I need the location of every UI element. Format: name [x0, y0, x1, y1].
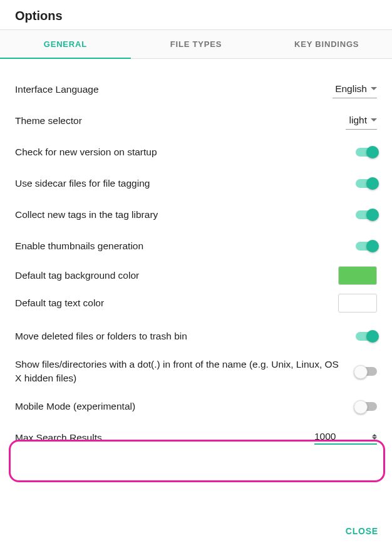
toggle-show-hidden[interactable]: [356, 367, 377, 376]
spinner-up-icon[interactable]: [372, 434, 377, 437]
label-trash: Move deleted files or folders to trash b…: [15, 329, 356, 343]
label-tag-bg-color: Default tag background color: [15, 269, 338, 282]
toggle-collect-tags[interactable]: [356, 210, 377, 219]
tab-label: FILE TYPES: [170, 39, 222, 49]
swatch-tag-bg-color[interactable]: [338, 266, 377, 285]
chevron-down-icon: [371, 118, 377, 121]
label-thumbnails: Enable thumbnails generation: [15, 239, 356, 253]
label-collect-tags: Collect new tags in the tag library: [15, 208, 356, 222]
select-theme[interactable]: light: [346, 113, 377, 130]
dialog-title: Options: [15, 9, 377, 23]
tab-file-types[interactable]: FILE TYPES: [131, 30, 262, 58]
label-theme-selector: Theme selector: [15, 114, 346, 128]
number-spinner: [372, 434, 377, 440]
row-show-hidden: Show files/directories with a dot(.) in …: [15, 352, 377, 391]
label-mobile-mode: Mobile Mode (experimental): [15, 400, 356, 413]
row-interface-language: Interface Language English: [15, 74, 377, 105]
select-value: English: [335, 83, 367, 95]
input-max-search[interactable]: [314, 431, 358, 442]
tab-label: GENERAL: [44, 39, 87, 49]
row-mobile-mode: Mobile Mode (experimental): [15, 391, 377, 422]
chevron-down-icon: [371, 87, 377, 90]
row-max-search: Max Search Results: [15, 422, 377, 453]
dialog-header: Options: [0, 0, 392, 29]
tabs-bar: GENERAL FILE TYPES KEY BINDINGS: [0, 29, 392, 59]
label-show-hidden: Show files/directories with a dot(.) in …: [15, 358, 356, 385]
label-interface-language: Interface Language: [15, 83, 333, 96]
row-thumbnails: Enable thumbnails generation: [15, 230, 377, 262]
select-value: light: [349, 115, 367, 126]
settings-panel: Interface Language English Theme selecto…: [0, 59, 392, 453]
row-theme-selector: Theme selector light: [15, 105, 377, 137]
label-sidecar: Use sidecar files for file tagging: [15, 177, 356, 190]
input-max-search-wrap: [314, 431, 377, 445]
row-collect-tags: Collect new tags in the tag library: [15, 199, 377, 230]
label-check-version: Check for new version on startup: [15, 145, 356, 159]
row-tag-text-color: Default tag text color: [15, 289, 377, 317]
toggle-thumbnails[interactable]: [356, 242, 377, 251]
dialog-footer: CLOSE: [332, 514, 392, 548]
close-button[interactable]: CLOSE: [346, 526, 378, 536]
toggle-check-version[interactable]: [356, 148, 377, 157]
label-tag-text-color: Default tag text color: [15, 296, 338, 310]
tab-label: KEY BINDINGS: [294, 39, 359, 49]
toggle-mobile-mode[interactable]: [356, 402, 377, 411]
row-sidecar: Use sidecar files for file tagging: [15, 168, 377, 199]
tab-key-bindings[interactable]: KEY BINDINGS: [261, 30, 392, 58]
tab-general[interactable]: GENERAL: [0, 30, 131, 58]
toggle-trash[interactable]: [356, 332, 377, 341]
toggle-sidecar[interactable]: [356, 179, 377, 188]
select-interface-language[interactable]: English: [333, 81, 377, 98]
close-button-label: CLOSE: [346, 526, 378, 536]
row-tag-bg-color: Default tag background color: [15, 262, 377, 289]
row-trash: Move deleted files or folders to trash b…: [15, 321, 377, 352]
label-max-search: Max Search Results: [15, 431, 314, 445]
spinner-down-icon[interactable]: [372, 437, 377, 440]
row-check-version: Check for new version on startup: [15, 137, 377, 168]
swatch-tag-text-color[interactable]: [338, 294, 377, 313]
